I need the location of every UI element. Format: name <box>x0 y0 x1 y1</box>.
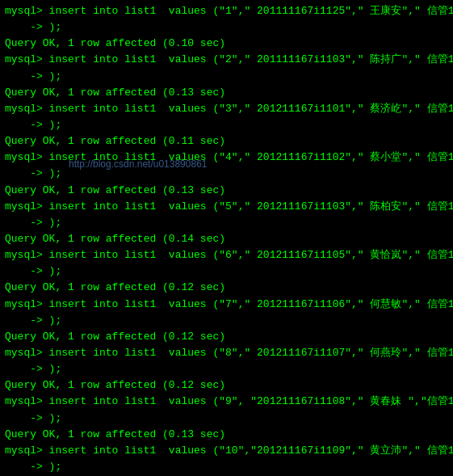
terminal-line: -> ); <box>5 263 448 280</box>
terminal-line: mysql> insert into list1 values ("6"," 2… <box>5 247 448 263</box>
terminal-line: mysql> insert into list1 values ("2"," 2… <box>5 52 448 68</box>
terminal-line: -> ); <box>5 215 448 231</box>
terminal-line: mysql> insert into list1 values ("3"," 2… <box>5 101 448 117</box>
terminal-line: -> ); <box>5 361 448 377</box>
terminal-line: -> ); <box>5 117 448 133</box>
terminal-line: -> ); <box>5 19 448 36</box>
terminal-line: mysql> insert into list1 values ("5"," 2… <box>5 199 448 215</box>
terminal-line: Query OK, 1 row affected (0.12 sec) <box>5 280 448 296</box>
terminal-line: mysql> insert into list1 values ("9", "2… <box>5 394 448 410</box>
terminal-line: Query OK, 1 row affected (0.13 sec) <box>5 427 448 443</box>
terminal-line: -> ); <box>5 313 448 329</box>
terminal-line: mysql> insert into list1 values ("1"," 2… <box>5 3 448 19</box>
terminal-line: Query OK, 1 row affected (0.10 sec) <box>5 36 448 52</box>
terminal-line: mysql> insert into list1 values ("8"," 2… <box>5 345 448 361</box>
terminal-line: mysql> insert into list1 values ("7"," 2… <box>5 297 448 313</box>
terminal-line: -> ); <box>5 411 448 427</box>
terminal-line: Query OK, 1 row affected (0.11 sec) <box>5 133 448 150</box>
terminal-line: Query OK, 1 row affected (0.12 sec) <box>5 377 448 394</box>
terminal-line: Query OK, 1 row affected (0.13 sec) <box>5 85 448 101</box>
terminal-line: -> ); <box>5 459 448 475</box>
terminal-line: mysql> insert into list1 values ("10","2… <box>5 443 448 459</box>
terminal-line: Query OK, 1 row affected (0.12 sec) <box>5 329 448 345</box>
terminal-line: -> ); <box>5 69 448 85</box>
terminal-line: mysql> insert into list1 values ("4"," 2… <box>5 150 448 166</box>
terminal-output: mysql> insert into list1 values ("1"," 2… <box>5 3 448 476</box>
terminal-line: -> ); <box>5 166 448 182</box>
terminal-line: Query OK, 1 row affected (0.13 sec) <box>5 183 448 199</box>
terminal-line: Query OK, 1 row affected (0.14 sec) <box>5 231 448 247</box>
terminal-window: mysql> insert into list1 values ("1"," 2… <box>0 0 453 476</box>
